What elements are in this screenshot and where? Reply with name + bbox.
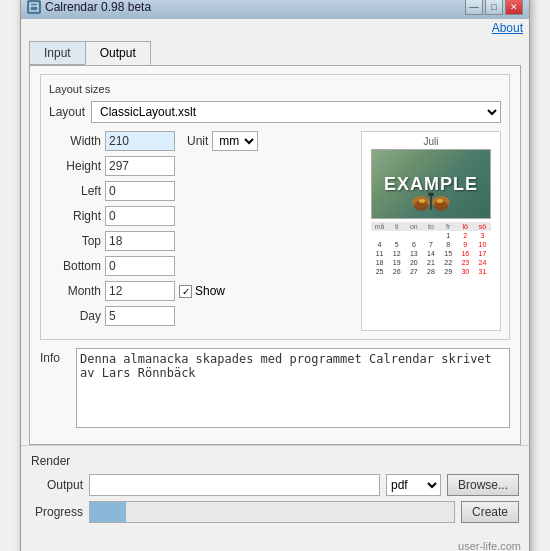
info-label: Info	[40, 348, 70, 365]
day-row: Day	[49, 306, 351, 326]
bottom-row: Bottom	[49, 256, 351, 276]
month-label: Month	[49, 284, 101, 298]
bottom-label: Bottom	[49, 259, 101, 273]
show-label: Show	[195, 284, 225, 298]
preview-calendar: måtiontofrlösö 123 45678910 111213141516…	[371, 222, 491, 276]
tab-input[interactable]: Input	[29, 41, 86, 65]
day-input[interactable]	[105, 306, 175, 326]
restore-button[interactable]: □	[485, 0, 503, 15]
show-checkbox[interactable]: ✓	[179, 285, 192, 298]
month-row: Month ✓ Show	[49, 281, 351, 301]
output-label: Output	[31, 478, 83, 492]
progress-bar	[89, 501, 455, 523]
preview-image: EXAMPLE	[371, 149, 491, 219]
width-input[interactable]	[105, 131, 175, 151]
right-row: Right	[49, 206, 351, 226]
butterfly-icon	[411, 188, 451, 216]
progress-row: Progress Create	[31, 501, 519, 523]
app-icon	[27, 0, 41, 14]
title-bar: Calrendar 0.98 beta — □ ✕	[21, 0, 529, 19]
unit-select[interactable]: mm	[212, 131, 258, 151]
info-row: Info Denna almanacka skapades med progra…	[40, 348, 510, 428]
top-input[interactable]	[105, 231, 175, 251]
main-content: Layout sizes Layout ClassicLayout.xslt W…	[29, 65, 521, 445]
render-title: Render	[31, 454, 519, 468]
width-label: Width	[49, 134, 101, 148]
height-label: Height	[49, 159, 101, 173]
preview-month: Juli	[423, 136, 438, 147]
left-label: Left	[49, 184, 101, 198]
show-checkbox-row: ✓ Show	[179, 284, 225, 298]
layout-inner: Width Unit mm Height	[49, 131, 501, 331]
unit-label: Unit	[187, 134, 208, 148]
layout-section: Layout sizes Layout ClassicLayout.xslt W…	[40, 74, 510, 340]
svg-point-6	[419, 199, 425, 203]
svg-point-7	[437, 199, 443, 203]
about-link[interactable]: About	[492, 21, 523, 35]
svg-rect-0	[30, 3, 38, 11]
menu-bar: About	[21, 19, 529, 37]
window-title: Calrendar 0.98 beta	[45, 0, 151, 14]
info-textarea[interactable]: Denna almanacka skapades med programmet …	[76, 348, 510, 428]
info-section: Info Denna almanacka skapades med progra…	[40, 348, 510, 428]
height-input[interactable]	[105, 156, 175, 176]
tabs-container: Input Output	[21, 37, 529, 65]
create-button[interactable]: Create	[461, 501, 519, 523]
progress-bar-fill	[90, 502, 126, 522]
left-input[interactable]	[105, 181, 175, 201]
height-row: Height	[49, 156, 351, 176]
main-window: Calrendar 0.98 beta — □ ✕ About Input Ou…	[20, 0, 530, 551]
layout-select[interactable]: ClassicLayout.xslt	[91, 101, 501, 123]
close-button[interactable]: ✕	[505, 0, 523, 15]
bottom-input[interactable]	[105, 256, 175, 276]
watermark: user-life.com	[21, 536, 529, 551]
tab-output[interactable]: Output	[85, 41, 151, 65]
progress-label: Progress	[31, 505, 83, 519]
unit-row: Unit mm	[187, 131, 258, 151]
width-row: Width Unit mm	[49, 131, 351, 151]
right-input[interactable]	[105, 206, 175, 226]
top-label: Top	[49, 234, 101, 248]
browse-button[interactable]: Browse...	[447, 474, 519, 496]
render-section: Render Output pdf Browse... Progress Cre…	[21, 445, 529, 536]
right-label: Right	[49, 209, 101, 223]
layout-label: Layout	[49, 105, 85, 119]
title-controls: — □ ✕	[465, 0, 523, 15]
day-label: Day	[49, 309, 101, 323]
layout-section-title: Layout sizes	[49, 83, 501, 95]
layout-left: Width Unit mm Height	[49, 131, 351, 331]
title-bar-left: Calrendar 0.98 beta	[27, 0, 151, 14]
layout-select-row: Layout ClassicLayout.xslt	[49, 101, 501, 123]
preview-box: Juli EXAMPLE	[361, 131, 501, 331]
month-input[interactable]	[105, 281, 175, 301]
format-select[interactable]: pdf	[386, 474, 441, 496]
minimize-button[interactable]: —	[465, 0, 483, 15]
top-row: Top	[49, 231, 351, 251]
output-input[interactable]	[89, 474, 380, 496]
output-row: Output pdf Browse...	[31, 474, 519, 496]
left-row: Left	[49, 181, 351, 201]
